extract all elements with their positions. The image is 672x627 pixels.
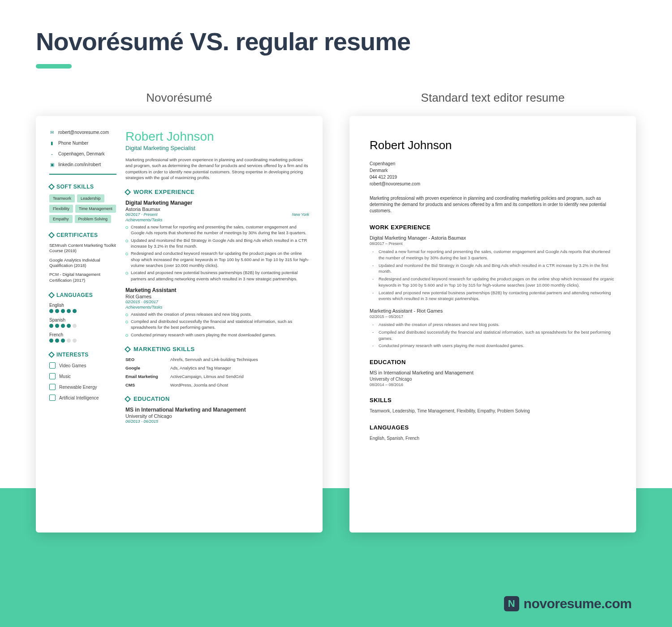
skill-tag: Teamwork xyxy=(49,194,75,202)
resume-role: Digital Marketing Specialist xyxy=(125,145,309,151)
soft-skills-tags: TeamworkLeadershipFlexibilityTime Manage… xyxy=(49,194,116,223)
std-skills-header: SKILLS xyxy=(370,397,616,404)
skill-tag: Flexibility xyxy=(49,205,73,213)
cert-item: Google Analytics Individual Qualificatio… xyxy=(49,258,116,269)
interest-icon xyxy=(49,384,56,390)
interest-icon xyxy=(49,362,56,369)
std-job2: Marketing Assistant - Riot Games xyxy=(370,308,616,314)
page-title: Novorésumé VS. regular resume xyxy=(36,27,636,56)
cert-item: SEMrush Content Marketing Toolkit Course… xyxy=(49,243,116,254)
std-job1: Digital Marketing Manager - Astoria Baum… xyxy=(370,235,616,240)
comparison-columns: Novorésumé ✉robert@novoresume.com ▮Phone… xyxy=(36,91,636,533)
skill-row: GoogleAds, Analytics and Tag Manager xyxy=(125,365,309,370)
std-name: Robert Johnson xyxy=(370,138,616,152)
novo-label: Novorésumé xyxy=(36,91,323,105)
interest-icon xyxy=(49,373,56,379)
job-block: Marketing AssistantRiot Games02/2015 - 0… xyxy=(125,287,309,338)
certificates-list: SEMrush Content Marketing Toolkit Course… xyxy=(49,243,116,283)
diamond-icon xyxy=(125,346,131,352)
std-edu-header: EDUCATION xyxy=(370,359,616,365)
skill-row: SEOAhrefs, Semrush and Link-building Tec… xyxy=(125,357,309,362)
experience-list: Digital Marketing ManagerAstoria Baumax0… xyxy=(125,200,309,338)
std-contact: Copenhagen Denmark 044 412 2019 robert@n… xyxy=(370,160,616,187)
lang-item: English xyxy=(49,303,116,313)
linkedin-icon: ▣ xyxy=(49,162,55,167)
skill-row: Email MarketingActiveCampaign, Litmus an… xyxy=(125,374,309,379)
diamond-icon xyxy=(48,232,55,238)
interest-item: Music xyxy=(49,373,116,379)
std-label: Standard text editor resume xyxy=(349,91,636,105)
interest-icon xyxy=(49,395,56,401)
interest-item: Video Games xyxy=(49,362,116,369)
footer-logo: N novoresume.com xyxy=(504,596,632,611)
std-skills: Teamwork, Leadership, Time Management, F… xyxy=(370,408,616,414)
divider xyxy=(49,174,116,175)
interest-item: Artificial Intelligence xyxy=(49,395,116,401)
contact-email: ✉robert@novoresume.com xyxy=(49,129,116,135)
work-exp-header: WORK EXPERIENCE xyxy=(125,189,309,195)
std-resume-card: Robert Johnson Copenhagen Denmark 044 41… xyxy=(349,116,636,533)
skill-tag: Leadership xyxy=(77,194,104,202)
std-bullets-1: Created a new format for reporting and p… xyxy=(370,249,616,302)
diamond-icon xyxy=(48,184,55,190)
novo-resume-card: ✉robert@novoresume.com ▮Phone Number ⬩Co… xyxy=(36,116,323,533)
mail-icon: ✉ xyxy=(49,129,55,135)
logo-text: novoresume.com xyxy=(524,596,632,611)
mkt-skills-list: SEOAhrefs, Semrush and Link-building Tec… xyxy=(125,357,309,387)
std-column: Standard text editor resume Robert Johns… xyxy=(349,91,636,533)
soft-skills-header: SOFT SKILLS xyxy=(49,184,116,190)
std-edu-degree: MS in International Marketing and Manage… xyxy=(370,370,616,375)
languages-header: LANGUAGES xyxy=(49,292,116,298)
main-container: Novorésumé VS. regular resume Novorésumé… xyxy=(0,0,672,550)
std-work-header: WORK EXPERIENCE xyxy=(370,224,616,231)
accent-bar xyxy=(36,64,72,69)
std-date1: 08/2017 – Present xyxy=(370,241,616,246)
skill-tag: Empathy xyxy=(49,215,73,223)
interests-list: Video GamesMusicRenewable EnergyArtifici… xyxy=(49,362,116,401)
novo-main: Robert Johnson Digital Marketing Special… xyxy=(125,129,309,424)
lang-item: Spanish xyxy=(49,318,116,328)
certificates-header: CERTIFICATES xyxy=(49,232,116,238)
mkt-skills-header: MARKETING SKILLS xyxy=(125,346,309,352)
job-block: Digital Marketing ManagerAstoria Baumax0… xyxy=(125,200,309,282)
diamond-icon xyxy=(125,189,131,195)
novo-column: Novorésumé ✉robert@novoresume.com ▮Phone… xyxy=(36,91,323,533)
skill-tag: Problem Solving xyxy=(75,215,112,223)
edu-school: University of Chicago xyxy=(125,413,309,419)
languages-list: EnglishSpanishFrench xyxy=(49,303,116,343)
education-header: EDUCATION xyxy=(125,395,309,402)
resume-summary: Marketing professional with proven exper… xyxy=(125,157,309,180)
skill-row: CMSWordPress, Joomla and Ghost xyxy=(125,382,309,387)
std-summary: Marketing professional with proven exper… xyxy=(370,195,616,214)
phone-icon: ▮ xyxy=(49,140,55,146)
pin-icon: ⬩ xyxy=(49,151,55,156)
diamond-icon xyxy=(48,292,55,298)
interests-header: INTERESTS xyxy=(49,352,116,358)
contact-phone: ▮Phone Number xyxy=(49,140,116,146)
std-lang-header: LANGUAGES xyxy=(370,424,616,431)
interest-item: Renewable Energy xyxy=(49,384,116,390)
diamond-icon xyxy=(48,352,55,358)
std-langs: English, Spanish, French xyxy=(370,435,616,442)
novo-sidebar: ✉robert@novoresume.com ▮Phone Number ⬩Co… xyxy=(49,129,116,424)
diamond-icon xyxy=(125,395,131,402)
cert-item: PCM - Digital Management Certification (… xyxy=(49,272,116,283)
resume-name: Robert Johnson xyxy=(125,129,309,144)
edu-degree: MS in International Marketing and Manage… xyxy=(125,407,309,413)
std-bullets-2: Assisted with the creation of press rele… xyxy=(370,322,616,349)
contact-location: ⬩Copenhagen, Denmark xyxy=(49,151,116,156)
edu-dates: 06/2013 - 06/2015 xyxy=(125,419,309,424)
logo-icon: N xyxy=(504,596,519,611)
contact-linkedin: ▣linkedin.com/in/robert xyxy=(49,162,116,167)
lang-item: French xyxy=(49,332,116,343)
std-edu-school: University of Chicago xyxy=(370,376,616,382)
std-date2: 02/2015 – 05/2017 xyxy=(370,314,616,319)
skill-tag: Time Management xyxy=(75,205,116,213)
std-edu-date: 08/2014 – 08/2016 xyxy=(370,382,616,387)
